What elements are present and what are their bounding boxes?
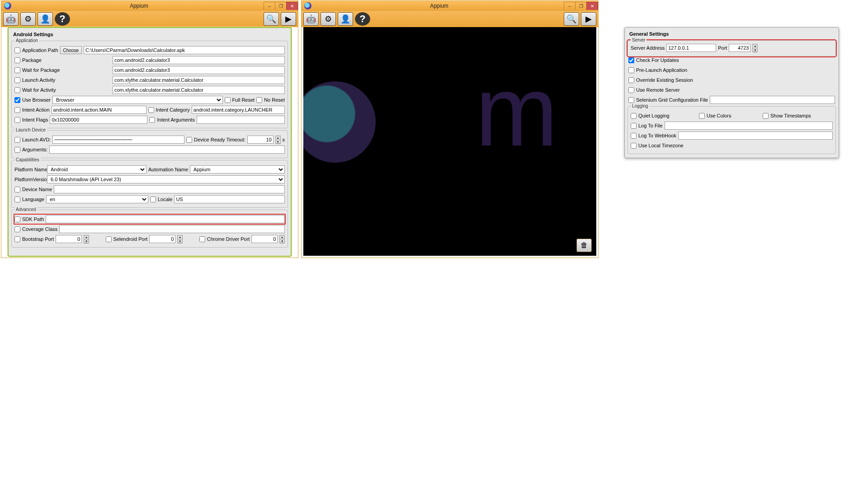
arguments-label: Arguments: bbox=[22, 147, 47, 152]
remote-server-check[interactable] bbox=[628, 87, 634, 93]
intent-action-check[interactable] bbox=[14, 107, 20, 113]
platform-name-label: Platform Name bbox=[14, 167, 45, 172]
show-timestamps-check[interactable] bbox=[763, 113, 769, 119]
spinner-icon[interactable]: ▲▼ bbox=[279, 235, 285, 243]
avd-input[interactable] bbox=[52, 136, 184, 144]
bootstrap-port-check[interactable] bbox=[14, 236, 20, 242]
play-icon[interactable]: ▶ bbox=[581, 12, 596, 26]
selenium-grid-input[interactable] bbox=[710, 96, 835, 104]
language-check[interactable] bbox=[14, 197, 20, 202]
wait-package-check[interactable] bbox=[14, 67, 20, 73]
automation-name-select[interactable]: Appium bbox=[190, 165, 285, 174]
coverage-input[interactable] bbox=[59, 225, 285, 233]
local-timezone-label: Use Local Timezone bbox=[638, 143, 684, 148]
intent-flags-check[interactable] bbox=[14, 117, 20, 123]
show-timestamps-label: Show Timestamps bbox=[770, 113, 811, 118]
bootstrap-port-input[interactable] bbox=[56, 235, 82, 243]
sdk-path-check[interactable] bbox=[14, 216, 20, 222]
pre-launch-check[interactable] bbox=[628, 67, 634, 73]
launch-avd-check[interactable] bbox=[14, 137, 20, 143]
minimize-button[interactable]: – bbox=[564, 2, 576, 10]
launch-activity-input[interactable] bbox=[113, 76, 285, 84]
wait-package-input[interactable] bbox=[113, 66, 285, 74]
choose-button[interactable]: Choose bbox=[60, 46, 82, 54]
close-button[interactable]: ✕ bbox=[586, 2, 598, 10]
log-to-webhook-label: Log To WebHook bbox=[638, 133, 676, 138]
language-select[interactable]: en bbox=[46, 195, 148, 203]
spinner-icon[interactable]: ▲▼ bbox=[177, 235, 183, 243]
platform-version-select[interactable]: 6.0 Marshmallow (API Level 23) bbox=[47, 175, 285, 183]
log-to-webhook-check[interactable] bbox=[631, 133, 637, 139]
intent-category-input[interactable] bbox=[192, 106, 285, 114]
user-icon[interactable]: 👤 bbox=[38, 12, 53, 26]
log-to-webhook-input[interactable] bbox=[678, 131, 833, 140]
platform-name-select[interactable]: Android bbox=[47, 165, 146, 174]
arguments-check[interactable] bbox=[14, 147, 20, 153]
intent-flags-input[interactable] bbox=[50, 116, 147, 124]
sdk-path-input[interactable] bbox=[46, 215, 285, 223]
package-input[interactable] bbox=[113, 56, 285, 64]
spinner-icon[interactable]: ▲▼ bbox=[84, 235, 89, 243]
no-reset-check[interactable] bbox=[256, 97, 262, 103]
close-button[interactable]: ✕ bbox=[286, 2, 298, 10]
use-browser-check[interactable] bbox=[14, 97, 20, 103]
coverage-check[interactable] bbox=[14, 226, 20, 232]
device-name-check[interactable] bbox=[14, 187, 20, 192]
override-session-check[interactable] bbox=[628, 77, 634, 83]
spinner-icon[interactable]: ▲▼ bbox=[275, 136, 281, 144]
search-icon[interactable]: 🔍 bbox=[264, 12, 279, 26]
maximize-button[interactable]: ❐ bbox=[275, 2, 287, 10]
help-icon[interactable]: ? bbox=[355, 12, 370, 26]
app-path-label: Application Path bbox=[22, 47, 58, 53]
use-colors-check[interactable] bbox=[699, 113, 705, 119]
arguments-input[interactable] bbox=[49, 145, 285, 154]
server-address-input[interactable] bbox=[666, 44, 716, 52]
log-to-file-check[interactable] bbox=[631, 123, 637, 129]
launch-activity-check[interactable] bbox=[14, 77, 20, 83]
full-reset-label: Full Reset bbox=[232, 97, 255, 103]
intent-args-label: Intent Arguments bbox=[157, 117, 194, 122]
port-input[interactable] bbox=[729, 44, 750, 52]
package-check[interactable] bbox=[14, 57, 20, 63]
android-icon[interactable]: 🤖 bbox=[3, 12, 19, 26]
selendroid-port-input[interactable] bbox=[149, 235, 175, 243]
spinner-icon[interactable]: ▲▼ bbox=[752, 44, 758, 52]
locale-input[interactable] bbox=[174, 195, 285, 203]
trash-icon[interactable]: 🗑 bbox=[576, 239, 592, 252]
log-to-file-input[interactable] bbox=[665, 122, 833, 130]
search-icon[interactable]: 🔍 bbox=[564, 12, 579, 26]
user-icon[interactable]: 👤 bbox=[338, 12, 353, 26]
wait-activity-input[interactable] bbox=[113, 86, 285, 94]
play-icon[interactable]: ▶ bbox=[281, 12, 296, 26]
device-name-input[interactable] bbox=[54, 185, 285, 193]
selendroid-port-check[interactable] bbox=[106, 236, 112, 242]
wait-activity-check[interactable] bbox=[14, 87, 20, 93]
quiet-logging-check[interactable] bbox=[631, 113, 637, 119]
app-path-check[interactable] bbox=[14, 47, 20, 53]
selenium-grid-check[interactable] bbox=[628, 97, 634, 103]
check-updates-check[interactable] bbox=[628, 57, 634, 63]
gear-icon[interactable]: ⚙ bbox=[20, 12, 36, 26]
pre-launch-label: Pre-Launch Application bbox=[636, 67, 687, 73]
locale-check[interactable] bbox=[150, 197, 156, 202]
intent-args-input[interactable] bbox=[197, 116, 285, 124]
chrome-driver-port-check[interactable] bbox=[199, 236, 205, 242]
help-icon[interactable]: ? bbox=[55, 12, 70, 26]
android-icon[interactable]: 🤖 bbox=[303, 12, 319, 26]
local-timezone-check[interactable] bbox=[631, 143, 637, 149]
gear-icon[interactable]: ⚙ bbox=[321, 12, 336, 26]
chrome-driver-port-input[interactable] bbox=[251, 235, 278, 243]
intent-action-input[interactable] bbox=[52, 106, 146, 114]
minimize-button[interactable]: – bbox=[264, 2, 275, 10]
ready-timeout-input[interactable] bbox=[247, 136, 274, 144]
maximize-button[interactable]: ❐ bbox=[575, 2, 587, 10]
app-path-input[interactable] bbox=[84, 46, 285, 54]
content-area: m 🗑 bbox=[303, 27, 596, 256]
browser-select[interactable]: Browser bbox=[52, 96, 223, 104]
intent-category-check[interactable] bbox=[148, 107, 154, 113]
ready-timeout-check[interactable] bbox=[186, 137, 192, 143]
titlebar[interactable]: Appium – ❐ ✕ bbox=[302, 1, 598, 11]
titlebar[interactable]: Appium – ❐ ✕ bbox=[1, 1, 298, 11]
full-reset-check[interactable] bbox=[225, 97, 231, 103]
intent-args-check[interactable] bbox=[149, 117, 155, 123]
